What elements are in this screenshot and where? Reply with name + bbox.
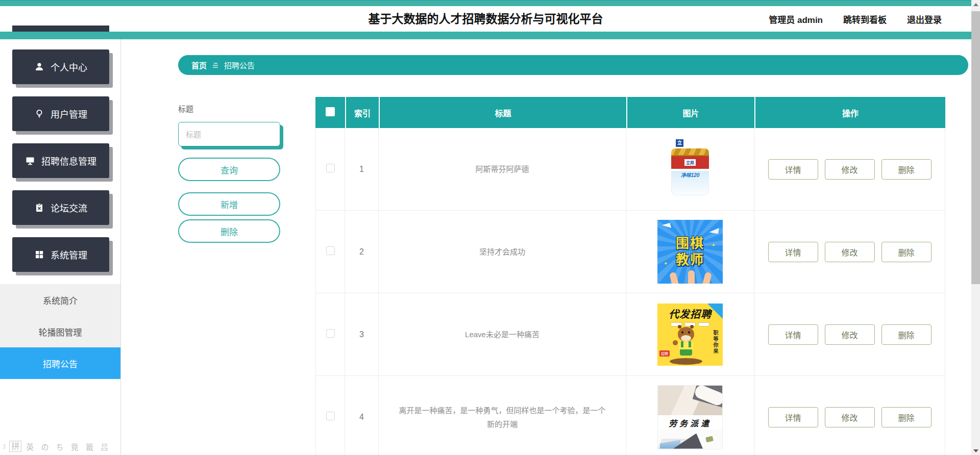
add-button[interactable]: 新增 (178, 192, 280, 216)
breadcrumb-home[interactable]: 首页 (191, 60, 207, 70)
sparkle-icon: ✦ (712, 242, 716, 248)
scroll-down-button[interactable] (971, 446, 980, 455)
app-window: 基于大数据的人才招聘数据分析与可视化平台 管理员 admin 跳转到看板 退出登… (0, 0, 980, 455)
paint-logo-icon: 立邦 (676, 139, 683, 147)
ime-handle-icon: ⁞⁞ (3, 443, 5, 450)
table-row: 3 Leave未必是一种痛苦 代发招聘 (315, 293, 945, 376)
row-index: 4 (345, 376, 379, 455)
row-delete-button[interactable]: 删除 (881, 159, 932, 180)
table-row: 2 坚持才会成功 ✦ ✦ 围棋 教师 (315, 211, 945, 293)
raised-hand (702, 272, 712, 284)
sidebar-item-label: 招聘信息管理 (41, 154, 96, 167)
column-header-image: 图片 (626, 97, 754, 128)
raised-hand (688, 270, 695, 284)
row-delete-button[interactable]: 删除 (881, 242, 932, 262)
edit-button[interactable]: 修改 (825, 407, 875, 427)
cow-eye (688, 331, 690, 334)
sidebar-item-label: 论坛交流 (51, 201, 87, 214)
ime-pinyin-badge: 拼 (9, 441, 21, 452)
row-checkbox[interactable] (326, 329, 335, 338)
select-all-checkbox[interactable] (326, 107, 335, 116)
ime-toolbar: ⁞⁞ 拼 英 の ち 竟 籖 吕 (3, 441, 111, 452)
row-title: 阿斯蒂芬阿萨德 (379, 128, 626, 211)
admin-user-label[interactable]: 管理员 admin (769, 13, 823, 26)
clip-shape (705, 436, 714, 442)
user-icon (34, 62, 44, 72)
row-image-cow-recruit: 代发招聘 (657, 304, 723, 366)
sidebar-item-forum[interactable]: 论坛交流 (12, 190, 109, 225)
row-delete-button[interactable]: 删除 (881, 407, 932, 427)
paper-plane-icon (662, 223, 671, 230)
sidebar-item-system-management[interactable]: 系统管理 (12, 237, 109, 272)
delete-button[interactable]: 删除 (178, 219, 280, 243)
row-delete-button[interactable]: 删除 (881, 324, 932, 345)
table-row: 4 离开是一种痛苦，是一种勇气，但同样也是一个考验，是一个新的开端 劳务派遣 (315, 376, 945, 455)
sparkle-icon: ✦ (664, 261, 668, 266)
main-content: 首页 招聘公告 标题 查询 新增 删除 索引 标题 图片 操作 (121, 39, 971, 455)
paper-plane-icon (709, 226, 719, 234)
cow-pants (680, 349, 692, 356)
row-checkbox[interactable] (326, 164, 335, 172)
query-button[interactable]: 查询 (178, 158, 280, 181)
sidebar-item-label: 用户管理 (51, 107, 87, 120)
overall-strap (681, 341, 683, 347)
row-image-paint-bucket: 立邦 立邦 净味120 (665, 139, 716, 199)
detail-button[interactable]: 详情 (768, 242, 818, 262)
breadcrumb-separator-icon (212, 62, 219, 68)
bucket-brand-label: 立邦 (684, 159, 696, 166)
cow-muzzle (681, 335, 691, 341)
detail-button[interactable]: 详情 (768, 159, 818, 180)
bulb-icon (34, 109, 44, 119)
submenu-item-carousel-management[interactable]: 轮播图管理 (0, 316, 120, 347)
header-accent-strip (0, 32, 971, 39)
row-title: Leave未必是一种痛苦 (379, 293, 626, 376)
sidebar-item-personal-center[interactable]: 个人中心 (12, 49, 109, 84)
goto-dashboard-link[interactable]: 跳转到看板 (843, 13, 887, 26)
breadcrumb-current: 招聘公告 (224, 60, 255, 70)
table-row: 1 阿斯蒂芬阿萨德 立邦 立邦 净味120 (315, 128, 945, 211)
arrow-down-icon (973, 449, 978, 452)
poster-tag: 招聘 (659, 350, 670, 357)
clipboard-icon (34, 203, 44, 213)
ime-status-glyphs: 英 の ち 竟 籖 吕 (26, 441, 111, 452)
title-field-label: 标题 (178, 103, 285, 114)
row-index: 2 (345, 211, 379, 293)
scrollbar-thumb[interactable] (971, 11, 980, 284)
raised-hand (669, 272, 679, 284)
column-header-index: 索引 (345, 97, 379, 128)
row-title: 离开是一种痛苦，是一种勇气，但同样也是一个考验，是一个新的开端 (379, 376, 626, 455)
breadcrumb: 首页 招聘公告 (178, 55, 968, 75)
vertical-scrollbar[interactable] (971, 0, 980, 455)
edit-button[interactable]: 修改 (825, 242, 875, 262)
photo-top (658, 386, 722, 415)
sidebar-item-user-management[interactable]: 用户管理 (12, 96, 109, 131)
cow-horn (690, 325, 694, 328)
row-checkbox[interactable] (326, 246, 335, 255)
arrow-up-icon (973, 3, 978, 6)
sidebar-item-recruit-info-management[interactable]: 招聘信息管理 (12, 143, 109, 178)
edit-button[interactable]: 修改 (825, 324, 875, 345)
row-index: 3 (345, 293, 379, 376)
title-search-input[interactable] (178, 122, 280, 146)
row-index: 1 (345, 128, 379, 211)
detail-button[interactable]: 详情 (768, 324, 818, 345)
submenu-item-system-intro[interactable]: 系统简介 (0, 284, 120, 316)
row-checkbox[interactable] (326, 412, 335, 420)
cow-thumb (673, 340, 678, 345)
corner-ribbon (707, 304, 723, 319)
edit-button[interactable]: 修改 (825, 159, 875, 180)
detail-button[interactable]: 详情 (768, 407, 818, 427)
notice-table: 索引 标题 图片 操作 1 阿斯蒂芬阿萨德 立邦 (315, 97, 945, 455)
scroll-up-button[interactable] (971, 0, 980, 9)
filter-panel: 标题 查询 新增 删除 (178, 103, 285, 243)
logout-link[interactable]: 退出登录 (907, 13, 942, 26)
bucket-product-label: 净味120 (672, 171, 708, 179)
sidebar-clipped-block (12, 26, 109, 32)
sidebar: 个人中心 用户管理 招聘信息管理 论坛交流 系统管理 (0, 39, 121, 455)
row-title: 坚持才会成功 (379, 211, 626, 293)
cow-horn (678, 325, 681, 328)
column-header-title: 标题 (379, 97, 626, 128)
header-menu: 管理员 admin 跳转到看板 退出登录 (769, 6, 942, 32)
submenu-item-recruit-notice[interactable]: 招聘公告 (0, 347, 120, 379)
poster-side-text: 职等你来 (712, 330, 719, 355)
